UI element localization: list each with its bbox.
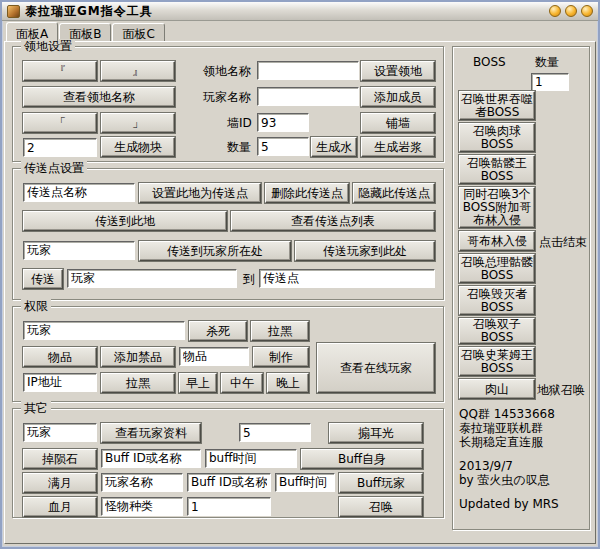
send-target-input[interactable] <box>259 269 435 288</box>
close-button[interactable] <box>581 5 593 17</box>
block-id-input[interactable] <box>23 138 97 157</box>
lay-wall-button[interactable]: 铺墙 <box>361 113 435 133</box>
set-teleport-here-button[interactable]: 设置此地为传送点 <box>139 183 261 203</box>
goblin-invasion-button[interactable]: 哥布林入侵 <box>459 231 535 251</box>
maximize-button[interactable] <box>565 5 577 17</box>
wall-of-flesh-note: 地狱召唤 <box>537 383 585 397</box>
teleport-player-input[interactable] <box>23 241 135 260</box>
boss-quantity-input[interactable] <box>531 73 569 91</box>
noon-button[interactable]: 中午 <box>221 373 263 393</box>
summon-three-boss-goblin-button[interactable]: 同时召唤3个BOSS附加哥布林入侵 <box>459 187 535 228</box>
territory-player-input[interactable] <box>257 87 359 106</box>
item-input[interactable] <box>179 347 249 366</box>
kill-button[interactable]: 杀死 <box>189 321 247 341</box>
permission-group-title: 权限 <box>21 299 51 313</box>
to-label: 到 <box>243 272 255 286</box>
qq-group-number: QQ群 14533668 <box>459 407 555 421</box>
generate-water-button[interactable]: 生成水 <box>311 137 357 157</box>
blood-moon-button[interactable]: 血月 <box>23 497 97 517</box>
add-member-button[interactable]: 添加成员 <box>361 87 435 107</box>
generate-block-button[interactable]: 生成物块 <box>101 137 175 157</box>
slap-button[interactable]: 搧耳光 <box>329 423 423 443</box>
qq-group-desc: 长期稳定直连服 <box>459 435 543 449</box>
boss-quantity-label: 数量 <box>535 55 559 69</box>
summon-king-slime-button[interactable]: 召唤史莱姆王BOSS <box>459 347 535 376</box>
view-teleport-list-button[interactable]: 查看传送点列表 <box>231 211 435 231</box>
updater-credit: Updated by MRS <box>459 497 559 511</box>
set-territory-button[interactable]: 设置领地 <box>361 61 435 81</box>
version-date: 2013/9/7 <box>459 459 513 473</box>
territory-player-label: 玩家名称 <box>203 90 251 104</box>
summon-skeletron-prime-button[interactable]: 召唤总理骷髅BOSS <box>459 254 535 283</box>
teleport-player-here-button[interactable]: 传送玩家到此处 <box>295 241 435 261</box>
window-title: 泰拉瑞亚GM指令工具 <box>25 3 153 20</box>
craft-button[interactable]: 制作 <box>253 347 309 367</box>
quantity-input[interactable] <box>257 137 309 156</box>
buff-time2-input[interactable] <box>275 473 335 492</box>
delete-teleport-button[interactable]: 删除此传送点 <box>265 183 349 203</box>
view-player-profile-button[interactable]: 查看玩家资料 <box>101 423 201 443</box>
morning-button[interactable]: 早上 <box>179 373 217 393</box>
other-player-input[interactable] <box>23 423 97 442</box>
wall-id-input[interactable] <box>257 113 309 132</box>
buff-player-name-input[interactable] <box>101 473 183 492</box>
teleport-name-input[interactable] <box>23 183 135 202</box>
qq-group-name: 泰拉瑞亚联机群 <box>459 421 543 435</box>
item-button[interactable]: 物品 <box>23 347 97 367</box>
quantity-label: 数量 <box>227 140 251 154</box>
territory-corner2-button[interactable]: 』 <box>101 61 175 81</box>
titlebar: 泰拉瑞亚GM指令工具 <box>2 2 598 21</box>
summon-flesh-ball-boss-button[interactable]: 召唤肉球BOSS <box>459 123 535 152</box>
app-window: 泰拉瑞亚GM指令工具 面板A 面板B 面板C 领地设置 『 』 领地名称 设置领… <box>0 0 600 549</box>
wall-of-flesh-button[interactable]: 肉山 <box>459 379 535 399</box>
tab-panel-c[interactable]: 面板C <box>112 23 164 41</box>
tab-panel-a[interactable]: 面板A <box>6 22 58 41</box>
boss-label: BOSS <box>473 55 506 69</box>
teleport-to-point-button[interactable]: 传送到此地 <box>23 211 227 231</box>
drop-meteor-button[interactable]: 掉陨石 <box>23 449 97 469</box>
ban-ip-button[interactable]: 拉黑 <box>101 373 175 393</box>
view-territory-name-button[interactable]: 查看领地名称 <box>23 87 175 107</box>
generate-lava-button[interactable]: 生成岩浆 <box>361 137 435 157</box>
teleport-group: 传送点设置 设置此地为传送点 删除此传送点 隐藏此传送点 传送到此地 查看传送点… <box>12 168 444 300</box>
evening-button[interactable]: 晚上 <box>267 373 309 393</box>
buff-self-button[interactable]: Buff自身 <box>301 449 423 469</box>
teleport-to-player-button[interactable]: 传送到玩家所在处 <box>139 241 291 261</box>
summon-monster-button[interactable]: 召唤 <box>339 497 423 517</box>
permission-group: 权限 杀死 拉黑 物品 添加禁品 制作 查看在线玩家 拉黑 早上 中午 晚上 <box>12 306 444 402</box>
block-corner1-button[interactable]: 「 <box>23 113 97 133</box>
block-corner2-button[interactable]: 」 <box>101 113 175 133</box>
slap-count-input[interactable] <box>239 423 311 442</box>
monster-count-input[interactable] <box>187 497 271 516</box>
wall-id-label: 墙ID <box>227 116 252 130</box>
other-group-title: 其它 <box>21 401 51 415</box>
summon-destroyer-button[interactable]: 召唤毁灭者BOSS <box>459 286 535 315</box>
send-button[interactable]: 传送 <box>23 269 63 289</box>
author-credit: by 萤火虫の叹息 <box>459 473 550 487</box>
buff-id-input[interactable] <box>101 449 201 468</box>
full-moon-button[interactable]: 满月 <box>23 473 97 493</box>
territory-name-label: 领地名称 <box>203 64 251 78</box>
boss-panel: BOSS 数量 召唤世界吞噬者BOSS 召唤肉球BOSS 召唤骷髅王BOSS 同… <box>452 46 590 530</box>
summon-eater-of-worlds-button[interactable]: 召唤世界吞噬者BOSS <box>459 91 535 120</box>
ban-player-button[interactable]: 拉黑 <box>251 321 309 341</box>
permission-player-input[interactable] <box>23 321 185 340</box>
send-player-input[interactable] <box>67 269 237 288</box>
buff-player-button[interactable]: Buff玩家 <box>339 473 423 493</box>
buff-time-input[interactable] <box>205 449 297 468</box>
hide-teleport-button[interactable]: 隐藏此传送点 <box>353 183 435 203</box>
buff-id2-input[interactable] <box>187 473 271 492</box>
summon-twins-button[interactable]: 召唤双子BOSS <box>459 318 535 344</box>
summon-skeletron-button[interactable]: 召唤骷髅王BOSS <box>459 155 535 184</box>
ip-address-input[interactable] <box>23 373 97 392</box>
window-controls <box>549 5 593 17</box>
monster-type-input[interactable] <box>101 497 183 516</box>
territory-name-input[interactable] <box>257 61 359 80</box>
minimize-button[interactable] <box>549 5 561 17</box>
territory-corner1-button[interactable]: 『 <box>23 61 97 81</box>
other-group: 其它 查看玩家资料 搧耳光 掉陨石 Buff自身 满月 Buff玩家 血月 召唤 <box>12 408 444 518</box>
add-banned-item-button[interactable]: 添加禁品 <box>101 347 175 367</box>
territory-group: 领地设置 『 』 领地名称 设置领地 查看领地名称 玩家名称 添加成员 「 」 … <box>12 46 444 162</box>
view-online-players-button[interactable]: 查看在线玩家 <box>317 343 435 393</box>
tabstrip: 面板A 面板B 面板C <box>6 23 166 42</box>
